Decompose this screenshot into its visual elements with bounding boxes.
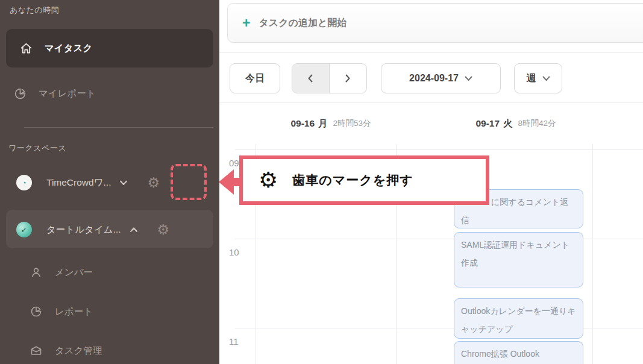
day-weekday: 月 <box>318 118 328 130</box>
day-total-time: 2時間53分 <box>333 118 371 129</box>
today-label: 今日 <box>245 72 265 85</box>
divider <box>24 127 213 128</box>
annotation-arrow-head <box>219 169 234 195</box>
day-date: 09-17 <box>475 118 500 129</box>
day-gridline <box>592 144 593 364</box>
workspace-name: TimeCrowdワ... <box>46 177 111 189</box>
gear-icon: ⚙ <box>259 169 278 191</box>
section-my-time: あなたの時間 <box>10 5 59 16</box>
date-picker-button[interactable]: 2024-09-17 <box>381 63 501 93</box>
day-total-time: 8時間42分 <box>518 118 556 129</box>
event-outlook-catchup[interactable]: Outlookカレンダーを一通りキャッチアップ <box>454 298 583 339</box>
today-button[interactable]: 今日 <box>230 63 280 93</box>
workspace-settings-gear-icon[interactable]: ⚙ <box>147 176 160 190</box>
sidebar-item-task-management[interactable]: タスク管理 <box>30 341 102 360</box>
workspace-row-turtle[interactable]: ✓ タートルタイム... ⚙ <box>16 221 203 239</box>
add-task-input[interactable]: + タスクの追加と開始 <box>227 3 643 43</box>
day-date: 09-16 <box>290 118 315 129</box>
event-chrome-outlook[interactable]: Chrome拡張 Outlook <box>454 341 583 364</box>
event-saml-doc[interactable]: SAML認証運用ドキュメント作成 <box>454 232 583 287</box>
sidebar-item-label: マイタスク <box>45 42 92 55</box>
divider <box>219 52 643 53</box>
pie-chart-icon <box>13 87 27 100</box>
day-weekday: 火 <box>503 118 513 130</box>
day-header-mon: 09-16 月 2時間53分 <box>271 102 391 145</box>
sidebar-item-label: メンバー <box>55 266 93 279</box>
date-nav-group <box>292 63 367 93</box>
sidebar-item-label: レポート <box>55 306 93 318</box>
day-header-tue: 09-17 火 8時間42分 <box>456 102 576 145</box>
sidebar-item-my-tasks[interactable]: マイタスク <box>6 29 213 67</box>
annotation-dashed-highlight <box>171 164 207 200</box>
annotation-callout: ⚙ 歯車のマークを押す <box>239 155 489 205</box>
date-value: 2024-09-17 <box>409 73 459 84</box>
section-workspace: ワークスペース <box>8 143 66 154</box>
hour-label: 11 <box>229 336 251 347</box>
timecrowd-app: + タスクの追加と開始 今日 2024-09-17 <box>0 0 643 364</box>
view-value: 週 <box>527 72 536 85</box>
workspace-name: タートルタイム... <box>46 224 121 236</box>
chevron-right-icon <box>345 74 351 83</box>
hour-label: 10 <box>229 247 251 257</box>
home-icon <box>19 42 33 55</box>
add-task-label: タスクの追加と開始 <box>259 17 347 30</box>
chevron-down-icon <box>465 76 472 81</box>
sidebar-item-report[interactable]: レポート <box>30 302 93 321</box>
workspace-settings-gear-icon[interactable]: ⚙ <box>157 223 170 237</box>
next-button[interactable] <box>330 64 367 93</box>
pie-chart-icon <box>30 305 43 318</box>
workspace-avatar: ✓ <box>16 222 32 237</box>
chevron-down-icon <box>542 76 550 81</box>
view-select-button[interactable]: 週 <box>514 63 562 93</box>
inbox-icon <box>30 344 43 357</box>
annotation-text: 歯車のマークを押す <box>292 172 413 189</box>
sidebar-item-label: マイレポート <box>39 87 96 100</box>
sidebar-item-label: タスク管理 <box>55 345 102 357</box>
plus-icon: + <box>242 16 250 30</box>
hour-gridline <box>235 149 643 150</box>
chevron-down-icon[interactable] <box>119 180 128 186</box>
workspace-avatar: ◔ <box>16 175 32 190</box>
chevron-left-icon <box>307 74 313 83</box>
sidebar-item-my-report[interactable]: マイレポート <box>13 83 96 104</box>
member-icon <box>30 266 43 279</box>
prev-button[interactable] <box>292 64 330 93</box>
sidebar-item-members[interactable]: メンバー <box>30 263 93 282</box>
chevron-up-icon[interactable] <box>130 227 138 233</box>
